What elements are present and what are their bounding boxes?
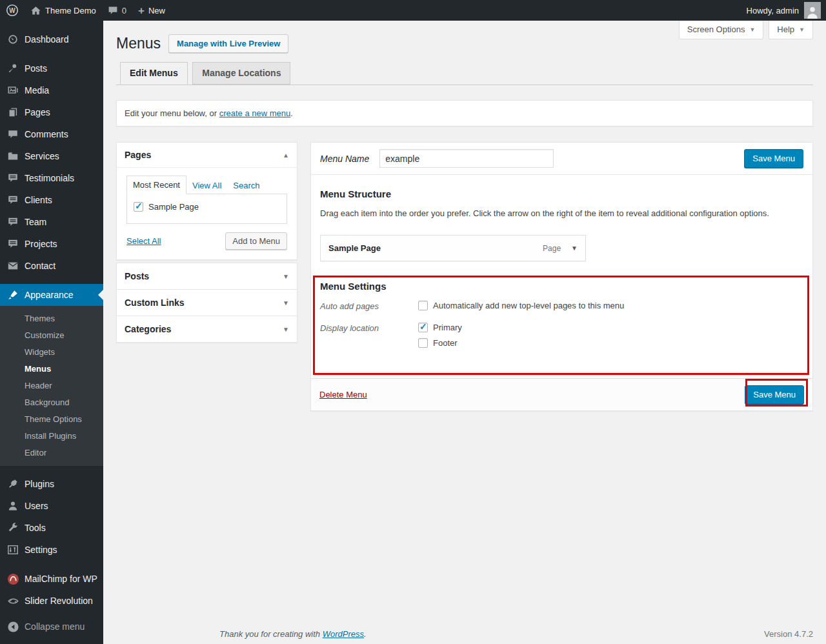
submenu-item-install-plugins[interactable]: Install Plugins: [0, 428, 103, 445]
envelope-icon: [6, 259, 19, 272]
sidebar-item-services[interactable]: Services: [0, 145, 103, 167]
submenu-item-header[interactable]: Header: [0, 377, 103, 394]
media-icon: [6, 84, 19, 97]
location-primary-checkbox[interactable]: [418, 323, 428, 332]
sample-page-label: Sample Page: [148, 202, 199, 212]
sidebar-item-label: Media: [25, 85, 49, 96]
sidebar-item-projects[interactable]: Projects: [0, 233, 103, 255]
sidebar-item-testimonials[interactable]: Testimonials: [0, 167, 103, 189]
menu-item-sample-page[interactable]: Sample Page Page ▼: [320, 235, 586, 261]
tab-view-all[interactable]: View All: [186, 177, 227, 194]
pages-panel-body: Most Recent View All Search Sample Page …: [117, 168, 297, 259]
menu-item-type: Page: [543, 244, 561, 253]
sidebar-item-contact[interactable]: Contact: [0, 255, 103, 277]
dashboard-icon: [6, 33, 19, 46]
tab-most-recent[interactable]: Most Recent: [126, 176, 186, 194]
new-label: New: [148, 6, 165, 15]
sidebar-item-plugins[interactable]: Plugins: [0, 473, 103, 495]
sidebar-item-label: Projects: [25, 239, 57, 249]
collapse-icon: [6, 620, 19, 633]
submenu-item-widgets[interactable]: Widgets: [0, 344, 103, 361]
delete-menu-link[interactable]: Delete Menu: [319, 390, 367, 399]
wordpress-logo-menu[interactable]: W: [0, 0, 25, 21]
select-all-link[interactable]: Select All: [126, 236, 161, 246]
sidebar-item-label: Clients: [25, 195, 52, 205]
sidebar-item-team[interactable]: Team: [0, 211, 103, 233]
sidebar-item-mailchimp[interactable]: MailChimp for WP: [0, 568, 103, 590]
chat-lines-icon: [6, 172, 19, 185]
wrench-icon: [6, 521, 19, 534]
wordpress-link[interactable]: WordPress: [323, 629, 364, 639]
sidebar-item-media[interactable]: Media: [0, 79, 103, 101]
save-menu-button-bottom[interactable]: Save Menu: [745, 385, 804, 404]
chevron-down-icon: ▼: [283, 326, 289, 333]
sample-page-checkbox[interactable]: [134, 202, 143, 212]
pages-panel-header[interactable]: Pages ▲: [117, 143, 297, 168]
comment-icon: [6, 128, 19, 141]
accordion-label: Categories: [125, 324, 171, 334]
save-menu-button-top[interactable]: Save Menu: [744, 149, 803, 168]
submenu-item-theme-options[interactable]: Theme Options: [0, 411, 103, 428]
manage-live-preview-button[interactable]: Manage with Live Preview: [168, 34, 288, 53]
sidebar-item-label: Plugins: [25, 479, 54, 489]
location-footer-checkbox[interactable]: [418, 338, 428, 348]
sidebar-item-label: Comments: [25, 129, 68, 139]
howdy-admin-label[interactable]: Howdy, admin: [747, 6, 799, 15]
menu-separator: [0, 561, 103, 568]
tab-search[interactable]: Search: [227, 177, 265, 194]
submenu-item-customize[interactable]: Customize: [0, 327, 103, 344]
page-check-row: Sample Page: [134, 202, 280, 212]
auto-add-row: Auto add pages Automatically add new top…: [320, 301, 803, 311]
brush-icon: [6, 288, 19, 301]
add-to-menu-button[interactable]: Add to Menu: [225, 232, 287, 250]
admin-sidebar: Dashboard Posts Media Pages Comments Ser…: [0, 21, 103, 644]
sidebar-item-label: Appearance: [25, 290, 74, 300]
accordion-categories[interactable]: Categories ▼: [116, 316, 297, 343]
menu-settings-section: Menu Settings Auto add pages Automatical…: [320, 281, 803, 354]
chevron-up-icon[interactable]: ▲: [283, 152, 289, 159]
accordion-posts[interactable]: Posts ▼: [116, 263, 297, 290]
help-button[interactable]: Help ▼: [769, 21, 813, 39]
sidebar-item-settings[interactable]: Settings: [0, 539, 103, 561]
auto-add-checkbox[interactable]: [418, 301, 428, 310]
sidebar-item-users[interactable]: Users: [0, 495, 103, 517]
comments-menu[interactable]: 0: [102, 0, 132, 21]
new-menu[interactable]: + New: [132, 0, 171, 21]
menu-edit-panel: Menu Name Save Menu Menu Structure Drag …: [310, 142, 813, 411]
menu-name-row: Menu Name Save Menu: [311, 143, 812, 175]
submenu-item-themes[interactable]: Themes: [0, 310, 103, 327]
menu-body: Menu Structure Drag each item into the o…: [311, 175, 812, 378]
sidebar-item-clients[interactable]: Clients: [0, 189, 103, 211]
sidebar-item-appearance[interactable]: Appearance: [0, 284, 103, 306]
site-name-menu[interactable]: Theme Demo: [25, 0, 102, 21]
create-new-menu-link[interactable]: create a new menu: [219, 108, 291, 118]
sliders-icon: [6, 543, 19, 556]
sidebar-item-dashboard[interactable]: Dashboard: [0, 28, 103, 50]
sidebar-item-slider-revolution[interactable]: Slider Revolution: [0, 590, 103, 612]
collapse-menu-button[interactable]: Collapse menu: [0, 616, 103, 638]
submenu-item-editor[interactable]: Editor: [0, 445, 103, 461]
sidebar-item-tools[interactable]: Tools: [0, 517, 103, 539]
footer-thanks-text: Thank you for creating with: [219, 629, 323, 639]
chevron-down-icon[interactable]: ▼: [571, 245, 578, 252]
sidebar-item-posts[interactable]: Posts: [0, 57, 103, 79]
avatar[interactable]: [804, 2, 821, 19]
svg-text:W: W: [9, 7, 15, 14]
sidebar-item-comments[interactable]: Comments: [0, 123, 103, 145]
submenu-item-background[interactable]: Background: [0, 394, 103, 411]
chat-lines-icon: [6, 216, 19, 228]
sidebar-item-label: Posts: [25, 63, 47, 74]
pin-icon: [6, 62, 19, 75]
accordion-custom-links[interactable]: Custom Links ▼: [116, 289, 297, 316]
tab-edit-menus[interactable]: Edit Menus: [120, 62, 188, 85]
screen-options-button[interactable]: Screen Options ▼: [679, 21, 764, 39]
sidebar-item-label: Pages: [25, 107, 50, 117]
pages-checklist: Sample Page: [126, 194, 287, 224]
version-label: Version 4.7.2: [764, 629, 813, 639]
menu-name-input[interactable]: [379, 149, 554, 168]
sidebar-item-pages[interactable]: Pages: [0, 101, 103, 123]
submenu-item-menus[interactable]: Menus: [0, 361, 103, 377]
wordpress-logo-icon: W: [6, 4, 19, 17]
tab-manage-locations[interactable]: Manage Locations: [192, 62, 290, 85]
location-primary-label: Primary: [433, 323, 462, 332]
